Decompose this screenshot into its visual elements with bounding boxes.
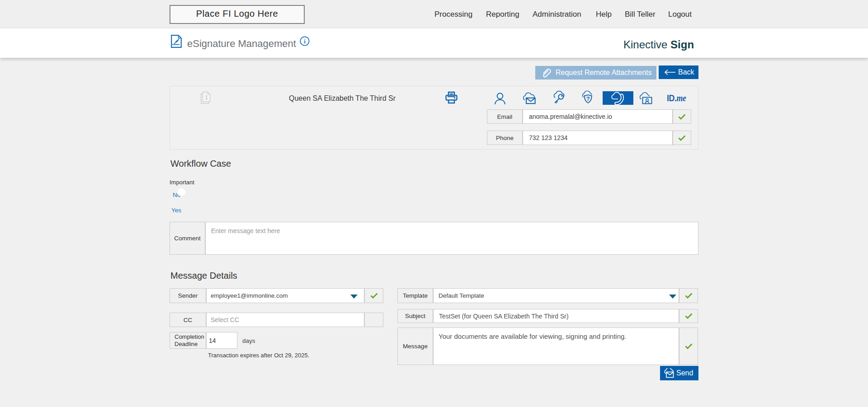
svg-text:?: ? (586, 95, 590, 102)
svg-text:1: 1 (205, 94, 208, 101)
svg-text:x: x (172, 43, 174, 46)
svg-text:i: i (304, 38, 306, 45)
